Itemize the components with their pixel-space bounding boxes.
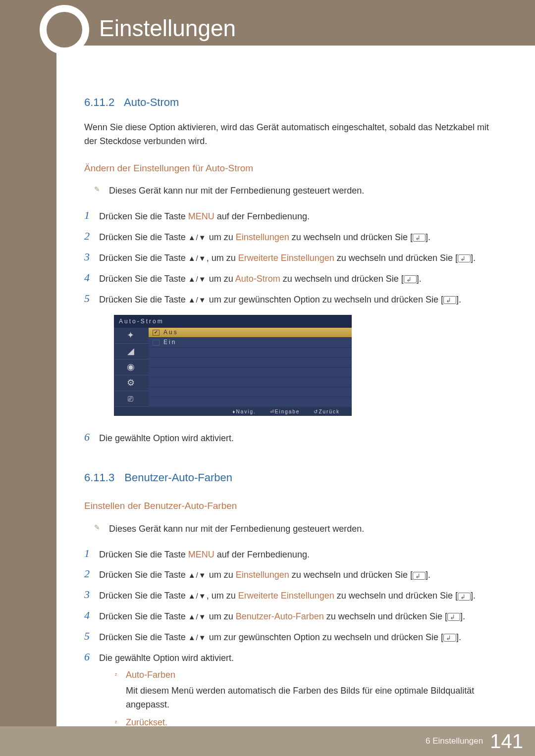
enter-icon xyxy=(443,634,456,642)
bullet-icon: z xyxy=(115,668,126,712)
section-title: Benutzer-Auto-Farben xyxy=(124,471,232,484)
enter-icon xyxy=(404,275,417,283)
osd-option-on: Ein xyxy=(149,338,352,348)
osd-tab-icon: ✦ xyxy=(114,328,149,344)
osd-footer: ♦Navig. ⏎Eingabe ↺Zurück xyxy=(114,407,352,416)
osd-foot-enter: ⏎Eingabe xyxy=(270,408,300,416)
note-row: ✎ Dieses Gerät kann nur mit der Fernbedi… xyxy=(84,522,495,536)
enter-icon xyxy=(443,296,456,304)
step-number: 2 xyxy=(84,568,99,579)
step-number: 4 xyxy=(84,272,99,283)
osd-menu: Auto-Strom ✦ ◢ ◉ ⚙ ⎚ ✔Aus Ein xyxy=(114,315,352,416)
osd-tab-icon: ◢ xyxy=(114,344,149,359)
step-body: Drücken Sie die Taste ▲/▼ um zu Einstell… xyxy=(99,568,495,582)
sub-heading-auto-strom: Ändern der Einstellungen für Auto-Strom xyxy=(84,161,495,175)
osd-option-empty xyxy=(149,357,352,367)
step-body: Drücken Sie die Taste ▲/▼ um zu Benutzer… xyxy=(99,610,495,624)
osd-tab-icon: ◉ xyxy=(114,359,149,375)
footer-label: 6 Einstellungen xyxy=(426,736,483,746)
osd-options: ✔Aus Ein xyxy=(149,328,352,407)
step-number: 1 xyxy=(84,210,99,221)
enter-icon xyxy=(447,613,460,621)
steps-list-a: 1 Drücken Sie die Taste MENU auf der Fer… xyxy=(84,210,495,446)
osd-option-empty xyxy=(149,367,352,377)
step-body: Drücken Sie die Taste ▲/▼ um zur gewünsc… xyxy=(99,631,495,645)
osd-option-empty xyxy=(149,387,352,397)
osd-tab-icon: ⎚ xyxy=(114,391,149,407)
osd-title: Auto-Strom xyxy=(114,315,352,328)
step-body: Drücken Sie die Taste ▲/▼ um zur gewünsc… xyxy=(99,293,495,425)
step-body: Drücken Sie die Taste ▲/▼, um zu Erweite… xyxy=(99,589,495,603)
step-number: 5 xyxy=(84,293,99,304)
note-row: ✎ Dieses Gerät kann nur mit der Fernbedi… xyxy=(84,184,495,198)
enter-icon xyxy=(413,572,426,580)
section-title: Auto-Strom xyxy=(124,96,179,108)
section-number: 6.11.2 xyxy=(84,96,114,108)
page-content: 6.11.2 Auto-Strom Wenn Sie diese Option … xyxy=(84,94,495,756)
sub-heading-auto-farben: Einstellen der Benutzer-Auto-Farben xyxy=(84,499,495,513)
steps-list-b: 1 Drücken Sie die Taste MENU auf der Fer… xyxy=(84,548,495,750)
note-text: Dieses Gerät kann nur mit der Fernbedien… xyxy=(109,184,495,198)
step-body: Drücken Sie die Taste MENU auf der Fernb… xyxy=(99,210,495,224)
step-number: 3 xyxy=(84,252,99,262)
section-intro: Wenn Sie diese Option aktivieren, wird d… xyxy=(84,121,495,149)
step-body: Drücken Sie die Taste MENU auf der Fernb… xyxy=(99,548,495,562)
osd-tab-icon: ⚙ xyxy=(114,375,149,391)
enter-icon xyxy=(458,254,471,262)
step-body: Drücken Sie die Taste ▲/▼ um zu Einstell… xyxy=(99,231,495,245)
osd-foot-back: ↺Zurück xyxy=(314,408,340,416)
section-heading-auto-strom: 6.11.2 Auto-Strom xyxy=(84,94,495,111)
step-body: Die gewählte Option wird aktiviert. xyxy=(99,432,495,446)
step-number: 4 xyxy=(84,610,99,621)
side-bar xyxy=(0,0,56,756)
osd-sidebar: ✦ ◢ ◉ ⚙ ⎚ xyxy=(114,328,149,407)
osd-option-empty xyxy=(149,348,352,357)
page-footer: 6 Einstellungen 141 xyxy=(56,726,535,756)
enter-icon xyxy=(413,234,426,242)
step-number: 2 xyxy=(84,231,99,242)
step-body: Drücken Sie die Taste ▲/▼ um zu Auto-Str… xyxy=(99,272,495,286)
osd-foot-nav: ♦Navig. xyxy=(232,408,256,416)
step-body: Drücken Sie die Taste ▲/▼, um zu Erweite… xyxy=(99,252,495,265)
note-text: Dieses Gerät kann nur mit der Fernbedien… xyxy=(109,522,495,536)
step-number: 1 xyxy=(84,548,99,559)
osd-option-empty xyxy=(149,377,352,387)
step-number: 5 xyxy=(84,631,99,642)
enter-icon xyxy=(458,593,471,601)
side-bar-footer xyxy=(0,726,56,756)
step-number: 6 xyxy=(84,432,99,443)
section-number: 6.11.3 xyxy=(84,471,114,484)
chapter-title: Einstellungen xyxy=(99,15,236,42)
step-number: 6 xyxy=(84,652,99,662)
chapter-number-bubble xyxy=(40,5,89,54)
section-heading-auto-farben: 6.11.3 Benutzer-Auto-Farben xyxy=(84,469,495,486)
osd-option-off: ✔Aus xyxy=(149,328,352,338)
sub-option-body: Mit diesem Menü werden automatisch die F… xyxy=(126,684,495,712)
page-number: 141 xyxy=(490,730,523,753)
note-icon: ✎ xyxy=(94,184,109,195)
step-number: 3 xyxy=(84,589,99,600)
sub-option-title: Auto-Farben xyxy=(126,668,495,682)
note-icon: ✎ xyxy=(94,522,109,533)
